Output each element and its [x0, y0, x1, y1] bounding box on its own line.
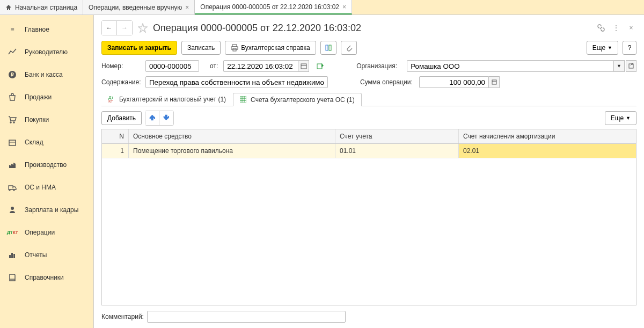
- calendar-icon[interactable]: [298, 60, 309, 72]
- tab-home[interactable]: Начальная страница: [0, 0, 83, 14]
- close-icon[interactable]: ×: [185, 4, 189, 11]
- factory-icon: [8, 160, 17, 170]
- tab-home-label: Начальная страница: [15, 4, 77, 11]
- comment-label: Комментарий:: [101, 313, 144, 320]
- org-label: Организация:: [356, 62, 401, 70]
- move-up-button[interactable]: 🡹: [145, 111, 159, 125]
- tab-ops[interactable]: Операции, введенные вручную ×: [83, 0, 195, 14]
- svg-rect-5: [9, 255, 11, 258]
- chart-line-icon: [8, 47, 17, 57]
- sum-input[interactable]: [419, 76, 489, 88]
- dtkt-icon: ДтКт: [108, 96, 116, 103]
- tab-assets-accounts[interactable]: Счета бухгалтерского учета ОС (1): [233, 93, 362, 106]
- svg-rect-6: [11, 253, 13, 258]
- cell-n: 1: [102, 144, 129, 158]
- sidebar-item-assets[interactable]: ОС и НМА: [0, 176, 93, 199]
- book-icon: [8, 273, 17, 282]
- table-row[interactable]: 1 Помещение торгового павильона 01.01 02…: [102, 144, 636, 158]
- date-label: от:: [210, 62, 218, 70]
- svg-rect-7: [13, 254, 15, 258]
- calc-icon[interactable]: [489, 76, 500, 88]
- print-label: Бухгалтерская справка: [241, 44, 310, 52]
- nav-back-button[interactable]: ←: [102, 21, 117, 35]
- sidebar-item-bank[interactable]: ₽Банк и касса: [0, 63, 93, 86]
- sidebar-item-manager[interactable]: Руководителю: [0, 41, 93, 63]
- number-input[interactable]: [145, 60, 199, 72]
- sidebar-item-purchases[interactable]: Покупки: [0, 108, 93, 131]
- sidebar-item-operations[interactable]: ДтКтОперации: [0, 221, 93, 244]
- truck-icon: [8, 183, 17, 192]
- sidebar-item-hr[interactable]: Зарплата и кадры: [0, 199, 93, 221]
- move-down-button[interactable]: 🡻: [159, 111, 173, 125]
- grid-more-button[interactable]: Еще▼: [605, 111, 636, 125]
- page-title: Операция 0000-000005 от 22.12.2020 16:03…: [153, 23, 592, 34]
- more-button[interactable]: Еще▼: [587, 41, 618, 55]
- svg-rect-13: [301, 64, 306, 69]
- clip-button[interactable]: [341, 41, 357, 55]
- menu-dots-icon[interactable]: ⋮: [611, 23, 621, 33]
- comment-input[interactable]: [147, 311, 346, 323]
- number-label: Номер:: [101, 62, 140, 70]
- sidebar-label: Банк и касса: [25, 71, 63, 78]
- person-icon: [8, 205, 17, 215]
- sidebar-label: Производство: [25, 161, 67, 169]
- tab-active[interactable]: Операция 0000-000005 от 22.12.2020 16:03…: [195, 0, 352, 14]
- grid-header: N Основное средство Счет учета Счет начи…: [102, 129, 636, 144]
- sidebar-label: Склад: [25, 139, 43, 146]
- sidebar-label: Руководителю: [25, 48, 68, 56]
- col-dep[interactable]: Счет начисления амортизации: [459, 129, 636, 143]
- chevron-down-icon: ▼: [626, 115, 631, 121]
- print-button[interactable]: Бухгалтерская справка: [225, 41, 316, 55]
- close-content-icon[interactable]: ×: [626, 23, 636, 33]
- sidebar-item-main[interactable]: ≡Главное: [0, 18, 93, 41]
- sidebar-label: Отчеты: [25, 251, 47, 259]
- sidebar-item-refs[interactable]: Справочники: [0, 266, 93, 289]
- col-n[interactable]: N: [102, 129, 129, 143]
- content: ← → Операция 0000-000005 от 22.12.2020 1…: [94, 15, 644, 328]
- tab-label: Счета бухгалтерского учета ОС (1): [251, 96, 355, 104]
- svg-rect-19: [240, 96, 246, 103]
- box-icon: [8, 137, 17, 147]
- svg-rect-15: [317, 64, 322, 69]
- tab-accounting[interactable]: ДтКт Бухгалтерский и налоговый учет (1): [101, 92, 233, 106]
- svg-point-4: [11, 207, 14, 210]
- tab-label: Бухгалтерский и налоговый учет (1): [119, 96, 226, 103]
- sidebar-label: Зарплата и кадры: [25, 206, 78, 214]
- sidebar-item-reports[interactable]: Отчеты: [0, 244, 93, 266]
- ruble-icon: ₽: [8, 70, 17, 79]
- svg-rect-17: [492, 80, 496, 84]
- attach-action-button[interactable]: [320, 41, 336, 55]
- svg-text:₽: ₽: [11, 72, 14, 77]
- open-ref-icon[interactable]: [626, 60, 636, 72]
- sidebar-item-production[interactable]: Производство: [0, 154, 93, 176]
- sidebar-label: Операции: [25, 229, 55, 236]
- data-grid: N Основное средство Счет учета Счет начи…: [101, 129, 636, 305]
- status-icon[interactable]: [317, 62, 324, 70]
- desc-input[interactable]: [145, 76, 328, 88]
- help-button[interactable]: ?: [623, 41, 636, 55]
- sidebar-item-warehouse[interactable]: Склад: [0, 131, 93, 154]
- tab-ops-label: Операции, введенные вручную: [89, 4, 182, 11]
- dropdown-icon[interactable]: ▼: [614, 60, 625, 72]
- home-icon: [5, 4, 12, 11]
- col-asset[interactable]: Основное средство: [129, 129, 335, 143]
- nav-forward-button[interactable]: →: [117, 21, 132, 35]
- sidebar-item-sales[interactable]: Продажи: [0, 86, 93, 108]
- svg-rect-2: [9, 140, 16, 145]
- save-close-button[interactable]: Записать и закрыть: [101, 41, 177, 55]
- col-acct[interactable]: Счет учета: [335, 129, 459, 143]
- svg-rect-11: [326, 45, 328, 50]
- inner-tab-strip: ДтКт Бухгалтерский и налоговый учет (1) …: [101, 92, 636, 106]
- bars-icon: [8, 250, 17, 260]
- add-button[interactable]: Добавить: [101, 111, 142, 125]
- save-button[interactable]: Записать: [181, 41, 221, 55]
- svg-rect-8: [232, 45, 237, 47]
- printer-icon: [231, 44, 238, 52]
- date-input[interactable]: [223, 60, 298, 72]
- sum-label: Сумма операции:: [360, 78, 414, 86]
- close-icon[interactable]: ×: [342, 3, 346, 11]
- link-icon[interactable]: [596, 23, 606, 33]
- sidebar-label: ОС и НМА: [25, 184, 56, 191]
- org-input[interactable]: [407, 60, 614, 72]
- favorite-button[interactable]: [136, 21, 150, 35]
